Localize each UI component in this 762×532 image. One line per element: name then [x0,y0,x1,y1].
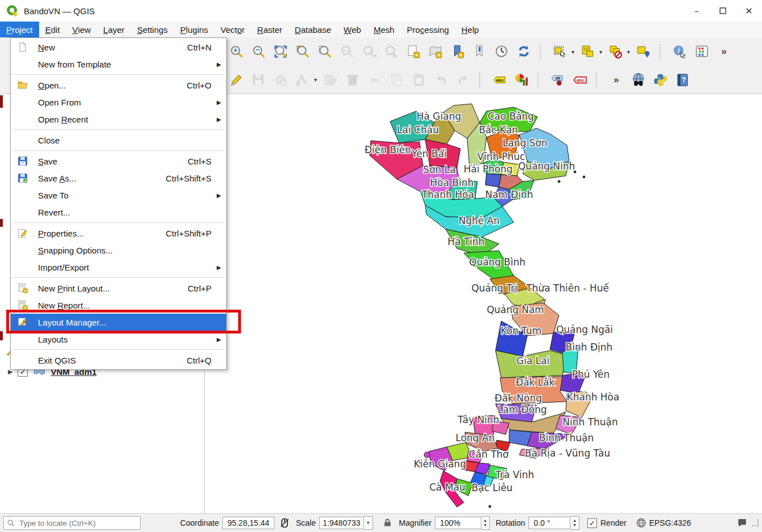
province-label: Khánh Hòa [567,391,620,403]
map-canvas[interactable]: Hà GiangCao BằngLai ChâuBắc KạnLạng SơnĐ… [205,94,762,513]
zoom-layer-icon[interactable] [316,43,333,60]
scale-combo[interactable]: 1:9480733 [319,517,364,529]
label-abc-red-icon[interactable]: abc [572,71,589,88]
temporal-clock-icon[interactable] [493,43,510,60]
menu-item-new-report[interactable]: ✶New Report... [11,297,226,314]
submenu-arrow-icon: ▶ [217,99,221,105]
bookmarks-show-icon[interactable]: ✶ [427,43,444,60]
zoom-selection-icon[interactable] [294,43,311,60]
select-rect-icon[interactable] [552,43,569,60]
province-label: Lai Châu [397,124,439,136]
minimize-button[interactable]: – [684,0,710,22]
multiedit-icon [322,71,339,88]
menu-item-revert[interactable]: Revert... [11,204,226,221]
render-checkbox[interactable]: ✓ [587,518,597,528]
python-icon[interactable] [652,71,669,88]
rotation-spin-arrows[interactable]: ▲▼ [570,516,579,530]
help-book-icon[interactable]: ? [674,71,691,88]
deselect-icon[interactable] [607,43,624,60]
select-value-dropdown-arrow[interactable]: ▾ [599,49,602,55]
province-label: Sơn La [423,164,455,175]
menubar-item-layer[interactable]: Layer [97,22,131,37]
menubar-item-edit[interactable]: Edit [39,22,66,37]
add-polygon-icon [272,71,289,88]
scale-dropdown-arrow[interactable]: ▼ [364,516,373,530]
zoom-out-icon[interactable]: − [250,43,267,60]
menu-item-layouts[interactable]: Layouts▶ [11,331,226,348]
menubar-item-web[interactable]: Web [337,22,367,37]
deselect-dropdown-arrow[interactable]: ▾ [627,49,630,55]
chevron-icon[interactable]: » [716,43,733,60]
province-label: Nam Định [485,189,534,200]
label-ab-pin-icon[interactable]: ab [549,71,566,88]
coordinate-input[interactable]: 95.28,15.44 [222,517,274,529]
bookmark-blue-icon[interactable]: ✶ [449,43,466,60]
menu-item-save-to[interactable]: Save To▶ [11,187,226,204]
menu-item-exit-qgis[interactable]: Exit QGISCtrl+Q [11,352,226,369]
zoom-next-icon: ▶ [383,43,400,60]
select-rect-dropdown-arrow[interactable]: ▾ [572,49,574,55]
refresh-icon[interactable] [515,43,532,60]
epsg-status[interactable]: EPSG:4326 [649,518,691,527]
menubar-item-help[interactable]: Help [455,22,485,37]
menubar-item-vector[interactable]: Vector [214,22,251,37]
render-toggle[interactable]: ✓ Render [587,518,626,528]
chevron-icon[interactable]: » [608,71,625,88]
maximize-button[interactable] [710,0,736,22]
rotation-spinbox[interactable]: 0.0 ° [528,517,570,529]
menu-item-open-recent[interactable]: Open Recent▶ [11,111,226,128]
menu-item-new[interactable]: NewCtrl+N [11,39,226,56]
menu-separator [12,129,225,130]
menubar-item-processing[interactable]: Processing [401,22,455,37]
menu-item-save[interactable]: SaveCtrl+S [11,153,226,170]
vertex-tool-dropdown-arrow[interactable]: ▾ [314,77,317,83]
resize-grip[interactable] [752,520,759,526]
menubar-item-plugins[interactable]: Plugins [174,22,214,37]
svg-text:+: + [24,179,27,184]
select-value-icon[interactable] [579,43,596,60]
submenu-arrow-icon: ▶ [217,336,221,343]
lock-icon[interactable] [382,517,393,529]
statistics-icon[interactable] [693,43,710,60]
identify-icon[interactable]: i [671,43,688,60]
messages-bubble-icon[interactable] [736,517,748,529]
menu-item-save-as[interactable]: +Save As...Ctrl+Shift+S [11,170,226,187]
zoom-full-icon[interactable] [272,43,289,60]
menu-item-layout-manager[interactable]: Layout Manager... [11,314,226,331]
province-label: Yên Bái [411,148,447,159]
diagram-icon[interactable] [513,71,530,88]
close-button[interactable]: ✕ [736,0,762,22]
menubar-item-raster[interactable]: Raster [251,22,289,37]
crs-globe-icon[interactable] [636,517,647,529]
menu-item-properties[interactable]: Properties...Ctrl+Shift+P [11,225,226,242]
label-abc-icon[interactable]: abc [491,71,508,88]
menu-item-snapping-options[interactable]: Snapping Options... [11,242,226,259]
submenu-arrow-icon: ▶ [217,192,221,199]
bookmark-manager-icon[interactable] [471,43,488,60]
bookmark-new-icon[interactable]: ✶ [405,43,422,60]
menubar-item-view[interactable]: View [66,22,98,37]
select-location-icon[interactable] [635,43,652,60]
globe-search-icon[interactable] [630,71,647,88]
magnifier-spinbox[interactable]: 100% [435,517,481,529]
locator-input[interactable] [18,518,140,528]
locator-search[interactable] [3,516,141,530]
zoom-in-icon[interactable]: + [228,43,245,60]
menubar-item-database[interactable]: Database [289,22,337,37]
mouse-extent-icon[interactable] [279,517,290,529]
menubar-item-mesh[interactable]: Mesh [367,22,401,37]
menu-item-new-from-template[interactable]: New from Template▶ [11,56,226,73]
floppy-blue-icon [15,155,30,167]
menu-item-close[interactable]: Close [11,132,226,149]
toolbar-separator [540,44,544,59]
menu-item-open-from[interactable]: Open From▶ [11,94,226,111]
province-label: Tây Ninh [457,414,499,425]
edit-pencil-icon[interactable] [228,71,245,88]
menu-item-new-print-layout[interactable]: ✶New Print Layout...Ctrl+P [11,280,226,297]
menu-item-import-export[interactable]: Import/Export▶ [11,259,226,276]
menubar-item-project[interactable]: Project [0,22,39,37]
shortcut-label: Ctrl+P [188,284,211,293]
menubar-item-settings[interactable]: Settings [131,22,174,37]
magnifier-spin-arrows[interactable]: ▲▼ [481,516,490,530]
menu-item-open[interactable]: Open...Ctrl+O [11,77,226,94]
